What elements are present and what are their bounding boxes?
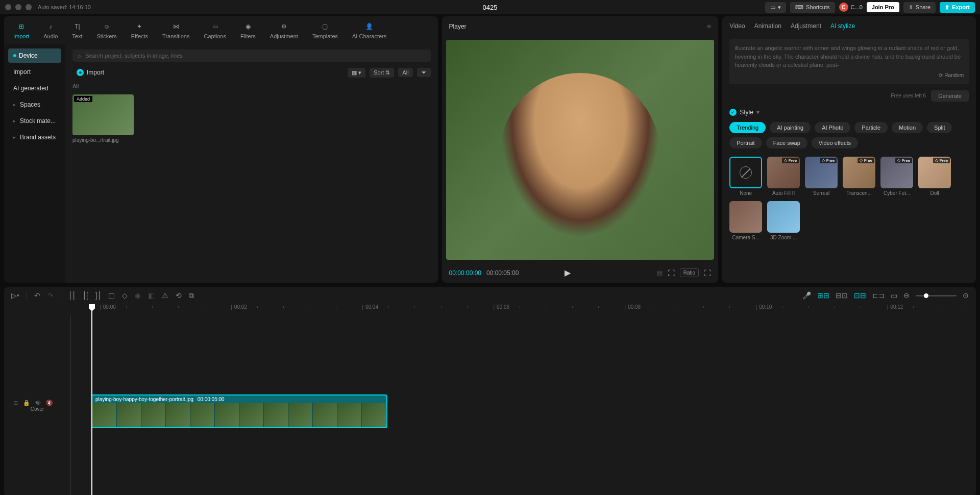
delete-tool[interactable]: ▢ bbox=[108, 291, 115, 300]
tool-tab-captions[interactable]: ▭Captions bbox=[200, 19, 230, 41]
undo-button[interactable]: ↶ bbox=[34, 291, 40, 300]
tool-tab-templates[interactable]: ▢Templates bbox=[308, 19, 342, 41]
split-right-tool[interactable]: ]⎮ bbox=[95, 291, 101, 300]
style-chip-ai-painting[interactable]: AI painting bbox=[770, 122, 811, 133]
minimize-window-icon[interactable] bbox=[15, 4, 21, 10]
preview-cut-button[interactable]: ⊏⊐ bbox=[872, 291, 885, 300]
user-badge[interactable]: C C...0 bbox=[839, 3, 863, 12]
tool-tab-transitions[interactable]: ⋈Transitions bbox=[158, 19, 193, 41]
media-item[interactable]: Added playing-bo...rtrait.jpg bbox=[72, 94, 134, 143]
tool-tab-stickers[interactable]: ☺Stickers bbox=[93, 19, 121, 41]
tool-tab-filters[interactable]: ◉Filters bbox=[236, 19, 260, 41]
rotate-tool[interactable]: ⟲ bbox=[176, 291, 182, 300]
link-button[interactable]: ⊟⊡ bbox=[836, 291, 848, 300]
random-button[interactable]: ⟳ Random bbox=[734, 71, 964, 79]
track-view-button[interactable]: ▭ bbox=[891, 291, 897, 300]
style-chip-portrait[interactable]: Portrait bbox=[729, 137, 762, 148]
style-chip-trending[interactable]: Trending bbox=[729, 122, 766, 133]
track-visible-icon[interactable]: 👁 bbox=[35, 400, 41, 406]
style-chip-ai-photo[interactable]: AI Photo bbox=[815, 122, 850, 133]
compare-icon[interactable]: ▤ bbox=[657, 269, 663, 277]
export-button[interactable]: ⬆Export bbox=[940, 2, 975, 13]
clip-duration: 00:00:05:00 bbox=[198, 397, 225, 402]
sidebar-item-brandassets[interactable]: Brand assets bbox=[8, 130, 61, 144]
split-left-tool[interactable]: ⎮[ bbox=[83, 291, 88, 300]
inspector-tab-video[interactable]: Video bbox=[729, 22, 745, 33]
shortcuts-button[interactable]: ⌨Shortcuts bbox=[790, 2, 835, 13]
playhead[interactable] bbox=[91, 304, 92, 495]
marker-tool[interactable]: ◇ bbox=[122, 291, 128, 300]
share-button[interactable]: ⇪Share bbox=[903, 2, 936, 13]
snap-main-button[interactable]: ⊞⊟ bbox=[817, 291, 829, 300]
inspector-tab-adjustment[interactable]: Adjustment bbox=[791, 22, 821, 33]
style-chip-motion[interactable]: Motion bbox=[892, 122, 923, 133]
zoom-fit-button[interactable]: ⊙ bbox=[963, 291, 969, 300]
track-mute-icon[interactable]: 🔇 bbox=[46, 400, 53, 406]
sidebar-item-stockmate[interactable]: Stock mate... bbox=[8, 114, 61, 128]
style-chip-face-swap[interactable]: Face swap bbox=[766, 137, 807, 148]
import-button[interactable]: + Import bbox=[72, 67, 108, 78]
media-thumbnail: Added bbox=[72, 94, 134, 135]
split-tool[interactable]: ⎮⎮ bbox=[68, 291, 76, 300]
mirror-tool[interactable]: ⚠ bbox=[162, 291, 168, 300]
tool-tab-effects[interactable]: ✦Effects bbox=[127, 19, 152, 41]
style-dropdown-icon[interactable]: ▾ bbox=[756, 109, 760, 116]
layout-button[interactable]: ▭▾ bbox=[765, 2, 786, 13]
style-preset-cyberfut[interactable]: ◇ FreeCyber Fut... bbox=[880, 157, 913, 196]
timeline-tracks[interactable]: playing-boy-happy-boy-together-portrait.… bbox=[70, 315, 976, 495]
player-viewport[interactable] bbox=[446, 40, 715, 260]
maximize-window-icon[interactable] bbox=[26, 4, 32, 10]
track-expand-icon[interactable]: ⊡ bbox=[13, 400, 18, 406]
crop-tool[interactable]: ⧉ bbox=[189, 291, 194, 300]
crop-icon[interactable]: ⛶ bbox=[668, 269, 675, 277]
search-input[interactable]: ⌕ Search project, subjects in image, lin… bbox=[72, 50, 431, 62]
free-badge: ◇ Free bbox=[782, 158, 799, 163]
generate-button[interactable]: Generate bbox=[931, 90, 969, 102]
style-check-icon[interactable]: ✓ bbox=[729, 109, 737, 116]
tool-tab-adjustment[interactable]: ⚙Adjustment bbox=[266, 19, 302, 41]
player-menu-icon[interactable]: ≡ bbox=[707, 22, 711, 31]
tool-tab-text[interactable]: T|Text bbox=[68, 19, 86, 41]
filter-all-button[interactable]: All bbox=[398, 68, 412, 77]
sidebar-item-spaces[interactable]: Spaces bbox=[8, 97, 61, 112]
clip-frame bbox=[313, 403, 337, 428]
close-window-icon[interactable] bbox=[5, 4, 11, 10]
style-chip-particle[interactable]: Particle bbox=[854, 122, 888, 133]
play-button[interactable]: ▶ bbox=[565, 268, 571, 278]
snap-button[interactable]: ⊡⊟ bbox=[854, 291, 866, 300]
style-preset-dzoom[interactable]: 3D Zoom ... bbox=[767, 201, 800, 240]
fullscreen-icon[interactable]: ⛶ bbox=[704, 269, 711, 277]
selection-tool[interactable]: ▷ ▾ bbox=[11, 291, 19, 300]
style-preset-cameras[interactable]: Camera S... bbox=[729, 201, 762, 240]
style-chip-video-effects[interactable]: Video effects bbox=[812, 137, 858, 148]
view-mode-button[interactable]: ▦▾ bbox=[348, 68, 365, 78]
prompt-input[interactable]: illustrate an angelic warrior with armor… bbox=[729, 39, 969, 84]
style-preset-surreal[interactable]: ◇ FreeSurreal bbox=[805, 157, 838, 196]
zoom-out-button[interactable]: ⊖ bbox=[903, 291, 910, 300]
filter-settings-button[interactable]: ⏷ bbox=[417, 68, 431, 77]
sidebar-item-import[interactable]: Import bbox=[8, 65, 61, 79]
time-ruler[interactable]: 00:0000:0200:0400:0600:0800:1000:1200:14 bbox=[91, 304, 966, 315]
style-preset-none[interactable]: None bbox=[729, 157, 762, 196]
inspector-tab-animation[interactable]: Animation bbox=[754, 22, 781, 33]
mic-icon[interactable]: 🎤 bbox=[802, 291, 811, 300]
tool-tab-import[interactable]: ⊞Import bbox=[9, 19, 33, 41]
style-preset-doll[interactable]: ◇ FreeDoll bbox=[918, 157, 951, 196]
inspector-tab-ai-stylize[interactable]: AI stylize bbox=[830, 22, 855, 33]
style-preset-autofillii[interactable]: ◇ FreeAuto Fill II bbox=[767, 157, 800, 196]
join-pro-button[interactable]: Join Pro bbox=[867, 2, 899, 12]
sidebar-item-device[interactable]: Device bbox=[8, 48, 61, 63]
sidebar-item-aigenerated[interactable]: AI generated bbox=[8, 81, 61, 95]
effects-icon: ✦ bbox=[134, 21, 144, 32]
sort-button[interactable]: Sort ⇅ bbox=[370, 68, 394, 78]
import-icon: ⊞ bbox=[16, 21, 27, 32]
tool-tab-ai-characters[interactable]: 👤AI Characters bbox=[348, 19, 390, 41]
audio-icon: ♪ bbox=[45, 21, 56, 32]
track-lock-icon[interactable]: 🔒 bbox=[23, 400, 30, 406]
ratio-button[interactable]: Ratio bbox=[680, 268, 699, 277]
tool-tab-audio[interactable]: ♪Audio bbox=[39, 19, 62, 41]
timeline-clip[interactable]: playing-boy-happy-boy-together-portrait.… bbox=[91, 394, 387, 428]
style-preset-transcen[interactable]: ◇ FreeTranscen... bbox=[843, 157, 875, 196]
zoom-slider[interactable] bbox=[916, 295, 957, 296]
style-chip-split[interactable]: Split bbox=[927, 122, 952, 133]
